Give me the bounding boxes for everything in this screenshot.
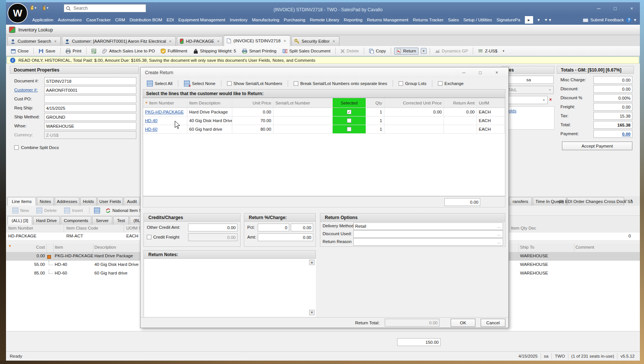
- menu-setup-utilities[interactable]: Setup / Utilities: [463, 18, 492, 22]
- return-row-pkg-hd-package[interactable]: PKG-HD-PACKAGE Hard Drive Package 0.00 ✓…: [143, 108, 505, 116]
- tab-audit[interactable]: Audit: [124, 197, 140, 206]
- select-all-button[interactable]: Select All: [145, 80, 174, 87]
- window-close-button[interactable]: ×: [624, 4, 639, 13]
- scroll-up-icon[interactable]: ▲: [309, 260, 315, 265]
- tab-line-items[interactable]: Line Items: [7, 197, 36, 206]
- tab-close-icon[interactable]: ×: [169, 39, 171, 43]
- menu-chevron-icon[interactable]: ▾: [538, 17, 540, 22]
- subtab-components[interactable]: Components: [61, 216, 91, 225]
- col-uofm[interactable]: UofM: [477, 98, 505, 107]
- group-lots-checkbox[interactable]: Group Lots: [397, 81, 428, 87]
- whse-field[interactable]: WAREHOUSE: [44, 122, 136, 130]
- attach-sales-line-button[interactable]: Attach Sales Line to PO: [100, 48, 157, 54]
- ellipsis-button[interactable]: …: [497, 232, 501, 236]
- menu-automations[interactable]: Automations: [58, 18, 82, 22]
- tab-user-fields[interactable]: User Fields: [97, 197, 123, 206]
- payment-field[interactable]: 0.00: [593, 130, 632, 138]
- col-item[interactable]: Item: [55, 245, 63, 249]
- item-link[interactable]: HD-40: [145, 118, 157, 123]
- checkbox-icon[interactable]: [347, 118, 351, 123]
- quick-launch-icon[interactable]: ▾: [30, 4, 37, 11]
- cust-po-field[interactable]: [44, 95, 136, 103]
- col-qty[interactable]: Qty: [366, 98, 384, 107]
- window-minimize-button[interactable]: ─: [591, 4, 606, 13]
- discount-pct-field[interactable]: 0.00%: [593, 94, 632, 102]
- col-corrected-unit-price[interactable]: Corrected Unit Price: [384, 98, 444, 107]
- menu-reporting[interactable]: Reporting: [344, 18, 363, 22]
- currency-dropdown-icon[interactable]: ▾: [502, 49, 506, 53]
- menu-signaturepad[interactable]: SignaturePa: [496, 18, 520, 22]
- tab-close-icon[interactable]: ×: [333, 39, 335, 43]
- tab-close-icon[interactable]: ×: [217, 39, 220, 43]
- selected-cell[interactable]: ✓: [333, 108, 366, 116]
- tools-menu-icon[interactable]: ✦ ▾: [544, 17, 551, 22]
- select-none-button[interactable]: × Select None: [182, 80, 217, 87]
- menu-sales[interactable]: Sales: [448, 18, 459, 22]
- col-item-number[interactable]: Item Number: [6, 225, 64, 233]
- filter-icon[interactable]: ▼: [8, 244, 12, 248]
- col-item-class-code[interactable]: Item Class Code: [64, 225, 124, 233]
- help-icon[interactable]: ?: [626, 17, 632, 23]
- col-description[interactable]: Description: [94, 245, 116, 249]
- currency-button[interactable]: Z-US$: [476, 48, 499, 54]
- ellipsis-button[interactable]: …: [497, 240, 501, 244]
- subtab-hard-drive[interactable]: Hard Drive: [33, 216, 60, 225]
- doc-number-field[interactable]: STDINV2718: [44, 77, 136, 85]
- accept-payment-button[interactable]: Accept Payment: [562, 142, 632, 150]
- req-ship-field[interactable]: 4/15/2025: [44, 104, 136, 112]
- credit-freight-checkbox[interactable]: Credit Freight: [147, 235, 179, 239]
- return-notes-textarea[interactable]: [144, 259, 316, 317]
- break-serial-checkbox[interactable]: Break Serial/Lot Numbers onto separate l…: [292, 81, 389, 87]
- paste-menu-icon[interactable]: ▾: [42, 4, 49, 11]
- checkbox-checked-icon[interactable]: ✓: [347, 110, 351, 114]
- fulfillment-button[interactable]: Fulfillment: [159, 48, 189, 54]
- submit-feedback-button[interactable]: Submit Feedback: [590, 18, 624, 22]
- dialog-minimize-button[interactable]: ─: [458, 69, 469, 76]
- col-item-qty-dec[interactable]: Item Qty Dec: [509, 225, 538, 231]
- subtab-server[interactable]: Server: [92, 216, 112, 225]
- other-credit-field[interactable]: 0.00: [188, 224, 238, 231]
- tab-edi-order-changes[interactable]: (0) EDI Order Changes Cross Dock Sa: [567, 197, 624, 206]
- menu-remote-library[interactable]: Remote Library: [310, 18, 339, 22]
- tab-scroll-right-icon[interactable]: ▸: [631, 198, 633, 202]
- show-serial-checkbox[interactable]: Show Serial/Lot Numbers: [225, 81, 284, 87]
- clear-batch-icon[interactable]: ×: [549, 97, 552, 102]
- amt-field[interactable]: 0.00: [258, 233, 313, 241]
- cancel-button[interactable]: Cancel: [481, 319, 505, 327]
- menu-equipment-management[interactable]: Equipment Management: [178, 18, 225, 22]
- col-cost[interactable]: Cost: [14, 245, 45, 249]
- menu-crm[interactable]: CRM: [115, 18, 125, 22]
- inventory-lookup-banner[interactable]: Inventory Lookup: [6, 25, 640, 35]
- selected-cell[interactable]: [333, 116, 366, 125]
- tab-security-editor[interactable]: Security Editor ×: [291, 36, 339, 46]
- col-comment[interactable]: Comment: [575, 245, 594, 249]
- col-return-amt[interactable]: Return Amt: [444, 98, 477, 107]
- discount-used-field[interactable]: …: [353, 230, 503, 238]
- tab-customer-aaronfit[interactable]: Customer: [AARONFIT0001] Aaron Fitz Elec…: [62, 36, 176, 46]
- grid-total-field[interactable]: 150.00: [397, 338, 441, 346]
- col-selected[interactable]: Selected: [333, 98, 366, 107]
- tab-addresses[interactable]: Addresses: [55, 197, 79, 206]
- scroll-down-icon[interactable]: ▼: [309, 310, 315, 315]
- save-button[interactable]: Save: [37, 48, 57, 54]
- col-serial-lot[interactable]: Serial/Lot Number: [273, 98, 333, 107]
- tax-field[interactable]: 15.38: [593, 112, 632, 120]
- misc-charge-field[interactable]: 0.00: [593, 76, 632, 84]
- menu-application[interactable]: Application: [32, 18, 53, 22]
- return-button[interactable]: Return: [394, 48, 418, 55]
- item-link[interactable]: PKG-HD-PACKAGE: [145, 110, 184, 114]
- grid-export-icon[interactable]: [94, 207, 100, 213]
- combine-split-docs-checkbox[interactable]: Combine Split Docs: [14, 145, 59, 150]
- global-search[interactable]: [64, 4, 146, 12]
- ship-method-field[interactable]: GROUND: [44, 113, 136, 121]
- return-reason-field[interactable]: …: [353, 238, 503, 246]
- tab-transfers[interactable]: ransfers: [509, 197, 532, 206]
- smart-printing-button[interactable]: Smart Printing: [240, 48, 278, 54]
- search-input[interactable]: [73, 5, 142, 11]
- close-button[interactable]: Close: [9, 48, 30, 54]
- ellipsis-button[interactable]: …: [497, 224, 501, 228]
- freight-field[interactable]: 0.00: [593, 103, 632, 111]
- copy-button[interactable]: Copy: [367, 48, 388, 54]
- checkbox-icon[interactable]: [347, 127, 351, 131]
- tab-hd-package[interactable]: HD-PACKAGE ×: [177, 36, 223, 46]
